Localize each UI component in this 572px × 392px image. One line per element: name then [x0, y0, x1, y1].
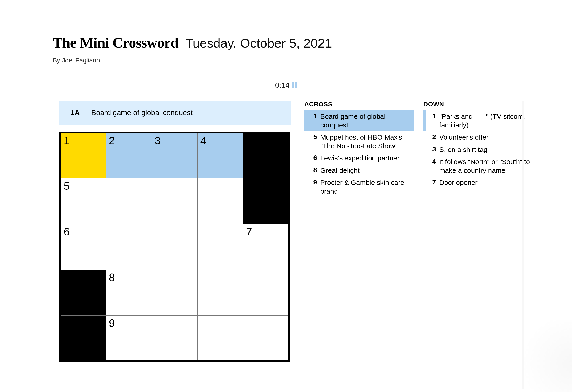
cell-number: 2 [109, 134, 115, 147]
grid-cell[interactable] [197, 224, 243, 270]
across-heading: ACROSS [304, 101, 414, 108]
grid-cell[interactable] [197, 315, 243, 361]
clue-text: Lewis's expedition partner [320, 154, 414, 163]
clue-lists: ACROSS 1Board game of global conquest5Mu… [304, 101, 533, 362]
cell-number: 9 [109, 317, 115, 329]
cell-number: 8 [109, 271, 115, 284]
clue-text: Board game of global conquest [320, 112, 414, 129]
crossword-grid[interactable]: 123456789 [60, 131, 290, 362]
across-clue[interactable]: 6Lewis's expedition partner [304, 152, 414, 164]
clue-number: 7 [428, 178, 439, 186]
across-clue[interactable]: 5Muppet host of HBO Max's "The Not-Too-L… [304, 131, 414, 152]
clue-text: S, on a shirt tag [439, 145, 533, 154]
grid-cell[interactable] [197, 270, 243, 315]
down-clue[interactable]: 1"Parks and ___" (TV sitcom, familiarly) [423, 110, 533, 131]
across-list: ACROSS 1Board game of global conquest5Mu… [304, 101, 414, 362]
grid-cell [60, 270, 106, 315]
timer-bar[interactable]: 0:14 [0, 76, 572, 95]
cell-number: 1 [64, 134, 70, 147]
cell-number: 6 [64, 225, 70, 238]
across-clue[interactable]: 9Procter & Gamble skin care brand [304, 177, 414, 197]
clue-number: 8 [309, 166, 320, 174]
grid-cell [243, 132, 289, 178]
page-title: The Mini Crossword [53, 34, 178, 51]
grid-cell[interactable] [243, 270, 289, 315]
top-divider [0, 14, 572, 14]
down-clue[interactable]: 2Volunteer's offer [423, 131, 533, 144]
grid-cell[interactable]: 1 [60, 132, 106, 178]
grid-cell[interactable] [197, 178, 243, 224]
cell-number: 7 [246, 225, 252, 238]
grid-wrap: 123456789 [60, 131, 291, 362]
down-list: DOWN 1"Parks and ___" (TV sitcom, famili… [423, 101, 533, 362]
clue-text: Door opener [439, 178, 533, 187]
grid-cell[interactable]: 3 [152, 132, 197, 178]
puzzle-column: 1A Board game of global conquest 1234567… [60, 101, 291, 362]
cell-number: 4 [200, 134, 207, 147]
grid-cell[interactable] [152, 315, 197, 361]
clue-number: 9 [309, 178, 320, 186]
clue-number: 1 [309, 112, 320, 120]
across-clue[interactable]: 8Great delight [304, 164, 414, 177]
down-heading: DOWN [423, 101, 533, 108]
current-clue-label: 1A [70, 109, 80, 117]
grid-cell[interactable]: 8 [106, 270, 152, 315]
clue-text: It follows "North" or "South" to make a … [439, 157, 533, 175]
grid-cell [243, 178, 289, 224]
pause-icon[interactable] [292, 82, 297, 88]
clue-number: 5 [309, 133, 320, 141]
grid-cell[interactable]: 5 [60, 178, 106, 224]
clue-number: 6 [309, 154, 320, 162]
clue-scrollbar[interactable] [522, 101, 524, 389]
grid-cell[interactable] [152, 224, 197, 270]
cell-number: 3 [155, 134, 161, 147]
content: 1A Board game of global conquest 1234567… [60, 101, 533, 362]
down-clue[interactable]: 3S, on a shirt tag [423, 144, 533, 156]
grid-cell[interactable] [152, 270, 197, 315]
byline: By Joel Fagliano [53, 57, 554, 64]
grid-cell [60, 315, 106, 361]
grid-cell[interactable] [106, 224, 152, 270]
down-clue[interactable]: 7Door opener [423, 177, 533, 189]
clue-number: 4 [428, 157, 439, 165]
grid-cell[interactable]: 2 [106, 132, 152, 178]
grid-cell[interactable] [152, 178, 197, 224]
timer-elapsed: 0:14 [275, 81, 289, 89]
clue-text: Muppet host of HBO Max's "The Not-Too-La… [320, 133, 414, 150]
clue-number: 2 [428, 133, 439, 141]
clue-number: 3 [428, 145, 439, 153]
clue-number: 1 [428, 112, 439, 120]
across-clue[interactable]: 1Board game of global conquest [304, 110, 414, 131]
clue-text: Great delight [320, 166, 414, 175]
grid-cell[interactable]: 9 [106, 315, 152, 361]
clue-text: "Parks and ___" (TV sitcom, familiarly) [439, 112, 533, 129]
puzzle-date: Tuesday, October 5, 2021 [185, 36, 332, 50]
grid-cell[interactable] [243, 315, 289, 361]
header: The Mini Crossword Tuesday, October 5, 2… [53, 34, 554, 64]
cell-number: 5 [64, 180, 70, 192]
grid-cell[interactable] [106, 178, 152, 224]
down-clue[interactable]: 4It follows "North" or "South" to make a… [423, 156, 533, 177]
current-clue-bar[interactable]: 1A Board game of global conquest [60, 101, 291, 125]
grid-cell[interactable]: 7 [243, 224, 289, 270]
current-clue-text: Board game of global conquest [91, 109, 193, 117]
clue-text: Volunteer's offer [439, 133, 533, 142]
grid-cell[interactable]: 4 [197, 132, 243, 178]
clue-text: Procter & Gamble skin care brand [320, 178, 414, 196]
grid-cell[interactable]: 6 [60, 224, 106, 270]
